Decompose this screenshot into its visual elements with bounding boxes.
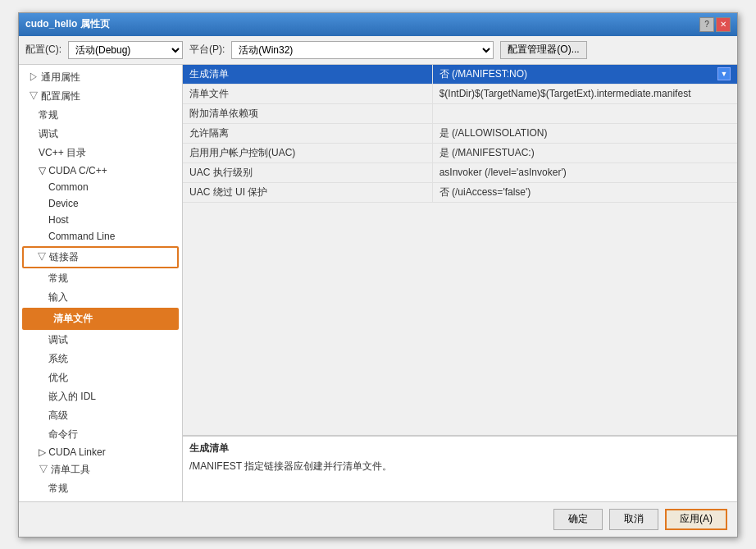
- help-button[interactable]: ?: [699, 17, 714, 32]
- property-name-uac-level: UAC 执行级别: [183, 162, 432, 182]
- config-label: 配置(C):: [25, 43, 61, 57]
- tree-item-host[interactable]: Host: [19, 212, 182, 228]
- tree-item-linker-system[interactable]: 系统: [19, 350, 182, 368]
- tree-item-config-props[interactable]: ▽ 配置属性: [19, 87, 182, 106]
- tree-item-common[interactable]: Common: [19, 179, 182, 195]
- property-name-gen-manifest: 生成清单: [183, 65, 432, 85]
- main-content: ▷ 通用属性 ▽ 配置属性 常规 调试 VC++ 目录 ▽ CUDA C/C++…: [19, 65, 737, 501]
- tree-item-linker-manifest[interactable]: 清单文件: [24, 309, 177, 328]
- property-value-manifest-file: $(IntDir)$(TargetName)$(TargetExt).inter…: [432, 84, 737, 103]
- bottom-bar: 确定 取消 应用(A): [19, 501, 737, 537]
- title-bar: cudo_hello 属性页 ? ✕: [19, 13, 737, 36]
- property-name-manifest-file: 清单文件: [183, 84, 432, 103]
- platform-label: 平台(P):: [189, 43, 225, 57]
- tree-item-linker-advanced[interactable]: 高级: [19, 406, 182, 425]
- apply-button[interactable]: 应用(A): [665, 509, 727, 530]
- tree-item-device[interactable]: Device: [19, 195, 182, 212]
- property-name-add-deps: 附加清单依赖项: [183, 103, 432, 123]
- dialog-title: cudo_hello 属性页: [25, 17, 110, 31]
- tree-item-general2[interactable]: 常规: [19, 106, 182, 125]
- tree-item-linker-cmdline[interactable]: 命令行: [19, 425, 182, 444]
- ok-button[interactable]: 确定: [553, 509, 603, 530]
- tree-item-cuda-linker[interactable]: ▷ CUDA Linker: [19, 444, 182, 460]
- tree-item-linker-input[interactable]: 输入: [19, 288, 182, 307]
- toolbar: 配置(C): 活动(Debug) 平台(P): 活动(Win32) 配置管理器(…: [19, 36, 737, 65]
- tree-item-debug[interactable]: 调试: [19, 125, 182, 144]
- config-select[interactable]: 活动(Debug): [68, 41, 183, 59]
- property-value-uac: 是 (/MANIFESTUAC:): [432, 143, 737, 162]
- property-panel: 生成清单 否 (/MANIFEST:NO) ▼ 清单文件 $(IntDir)$(…: [183, 65, 737, 501]
- title-bar-buttons: ? ✕: [699, 17, 731, 32]
- cancel-button[interactable]: 取消: [609, 509, 658, 530]
- tree-item-manifest-tool[interactable]: ▽ 清单工具: [19, 460, 182, 479]
- description-text: /MANIFEST 指定链接器应创建并行清单文件。: [189, 459, 731, 474]
- property-name-uac-ui: UAC 绕过 UI 保护: [183, 182, 432, 202]
- property-name-allow-isolation: 允许隔离: [183, 123, 432, 143]
- tree-item-vc-dirs[interactable]: VC++ 目录: [19, 144, 182, 162]
- tree-item-linker[interactable]: ▽ 链接器: [24, 248, 177, 267]
- description-title: 生成清单: [189, 441, 731, 455]
- table-row-uac[interactable]: 启用用户帐户控制(UAC) 是 (/MANIFESTUAC:): [183, 143, 737, 162]
- table-row-add-deps[interactable]: 附加清单依赖项: [183, 103, 737, 123]
- property-table: 生成清单 否 (/MANIFEST:NO) ▼ 清单文件 $(IntDir)$(…: [183, 65, 737, 436]
- tree-item-manifest-general[interactable]: 常规: [19, 479, 182, 498]
- property-value-gen-manifest[interactable]: 否 (/MANIFEST:NO) ▼: [432, 65, 737, 85]
- property-value-add-deps: [432, 103, 737, 123]
- property-name-uac: 启用用户帐户控制(UAC): [183, 143, 432, 162]
- tree-item-linker-general[interactable]: 常规: [19, 269, 182, 288]
- dropdown-arrow-icon[interactable]: ▼: [717, 67, 731, 80]
- table-row-uac-level[interactable]: UAC 执行级别 asInvoker (/level='asInvoker'): [183, 162, 737, 182]
- property-value-uac-ui: 否 (/uiAccess='false'): [432, 182, 737, 202]
- config-manager-button[interactable]: 配置管理器(O)...: [500, 41, 586, 59]
- tree-item-cuda-cpp[interactable]: ▽ CUDA C/C++: [19, 162, 182, 179]
- table-row-allow-isolation[interactable]: 允许隔离 是 (/ALLOWISOLATION): [183, 123, 737, 143]
- property-value-allow-isolation: 是 (/ALLOWISOLATION): [432, 123, 737, 143]
- description-panel: 生成清单 /MANIFEST 指定链接器应创建并行清单文件。: [183, 436, 737, 501]
- tree-panel: ▷ 通用属性 ▽ 配置属性 常规 调试 VC++ 目录 ▽ CUDA C/C++…: [19, 65, 183, 501]
- tree-item-command-line[interactable]: Command Line: [19, 228, 182, 245]
- tree-item-linker-debug[interactable]: 调试: [19, 331, 182, 350]
- table-row-gen-manifest[interactable]: 生成清单 否 (/MANIFEST:NO) ▼: [183, 65, 737, 85]
- close-button[interactable]: ✕: [716, 17, 731, 32]
- table-row-manifest-file[interactable]: 清单文件 $(IntDir)$(TargetName)$(TargetExt).…: [183, 84, 737, 103]
- property-dialog: cudo_hello 属性页 ? ✕ 配置(C): 活动(Debug) 平台(P…: [18, 12, 738, 538]
- tree-item-general[interactable]: ▷ 通用属性: [19, 68, 182, 87]
- table-row-uac-ui[interactable]: UAC 绕过 UI 保护 否 (/uiAccess='false'): [183, 182, 737, 202]
- tree-item-linker-idl[interactable]: 嵌入的 IDL: [19, 387, 182, 406]
- tree-item-linker-optimize[interactable]: 优化: [19, 368, 182, 387]
- property-value-uac-level: asInvoker (/level='asInvoker'): [432, 162, 737, 182]
- platform-select[interactable]: 活动(Win32): [231, 41, 494, 59]
- properties-table: 生成清单 否 (/MANIFEST:NO) ▼ 清单文件 $(IntDir)$(…: [183, 65, 737, 203]
